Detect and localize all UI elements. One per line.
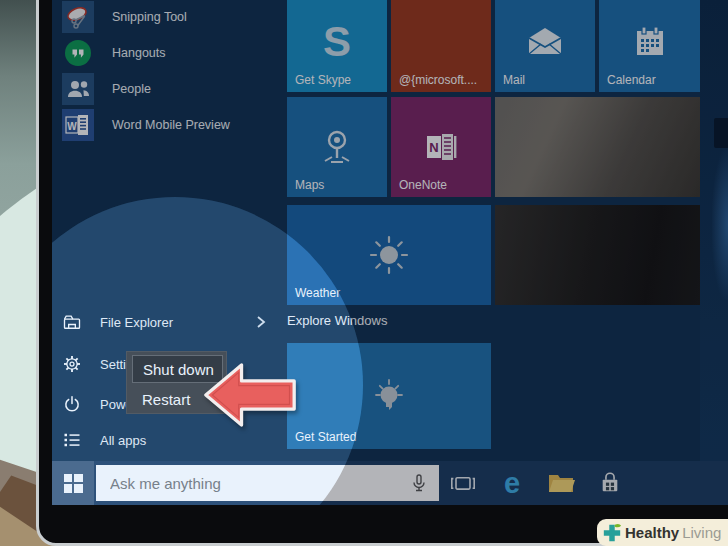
taskbar: e [52,461,728,505]
file-explorer-icon [62,312,82,332]
start-menu-screen: Snipping Tool Hangouts People [52,0,728,505]
tile-onenote[interactable]: N OneNote [391,97,491,197]
start-button[interactable] [52,461,94,505]
tile-label: Get Started [295,430,356,444]
folder-icon [547,471,575,495]
all-apps-icon [62,430,82,450]
people-icon [62,73,94,105]
tile-label: Mail [503,73,525,87]
search-input[interactable] [96,465,439,501]
tile-get-skype[interactable]: S Get Skype [287,0,387,92]
section-explore-windows: Explore Windows [287,313,387,328]
task-view-icon [449,471,477,495]
app-label: Hangouts [112,46,166,60]
tile-photos-blurred[interactable] [495,97,700,197]
app-item-word-mobile[interactable]: W Word Mobile Preview [62,109,292,141]
menu-item-all-apps[interactable]: All apps [62,428,277,452]
hangouts-icon [62,37,94,69]
tile-dark-blurred[interactable] [495,205,700,305]
app-item-snipping-tool[interactable]: Snipping Tool [62,1,292,33]
app-label: Word Mobile Preview [112,118,230,132]
skype-glyph: S [323,18,351,65]
tile-mail[interactable]: Mail [495,0,595,92]
onenote-glyph: N [429,140,438,155]
task-view-button[interactable] [443,461,483,505]
gear-icon [62,354,82,374]
healthy-living-watermark: Healthy Living [597,519,728,546]
app-label: People [112,82,151,96]
windows-start-icon [64,474,83,493]
word-icon: W [62,109,94,141]
tile-label: Get Skype [295,73,351,87]
tile-calendar[interactable]: Calendar [599,0,700,92]
context-item-label: Restart [142,391,190,408]
tile-label: @{microsoft.... [399,73,477,87]
healthy-living-cross-icon [602,523,622,543]
desktop-notch [714,118,728,148]
app-item-hangouts[interactable]: Hangouts [62,37,292,69]
red-arrow-annotation [203,360,297,430]
edge-browser-button[interactable]: e [492,461,532,505]
snipping-tool-icon [62,1,94,33]
menu-label: File Explorer [100,315,173,330]
store-button[interactable] [590,461,630,505]
tile-microsoft[interactable]: @{microsoft.... [391,0,491,92]
power-icon [62,394,82,414]
menu-item-file-explorer[interactable]: File Explorer [62,310,277,334]
app-item-people[interactable]: People [62,73,292,105]
chevron-right-icon [256,316,266,328]
app-label: Snipping Tool [112,10,187,24]
tile-label: OneNote [399,178,447,192]
store-icon [597,470,623,496]
tile-weather[interactable]: Weather [287,205,491,305]
tile-label: Calendar [607,73,656,87]
watermark-text-bold: Healthy [625,524,679,541]
watermark-text-light: Living [682,524,721,541]
desktop-glow [712,150,728,300]
microphone-icon[interactable] [409,473,429,493]
search-box[interactable] [96,465,439,501]
tile-label: Weather [295,286,340,300]
tile-label: Maps [295,178,324,192]
file-explorer-taskbar-button[interactable] [541,461,581,505]
menu-label: All apps [100,433,146,448]
svg-text:W: W [67,121,77,132]
tile-maps[interactable]: Maps [287,97,387,197]
edge-icon: e [504,469,520,498]
tile-get-started[interactable]: Get Started [287,343,491,449]
